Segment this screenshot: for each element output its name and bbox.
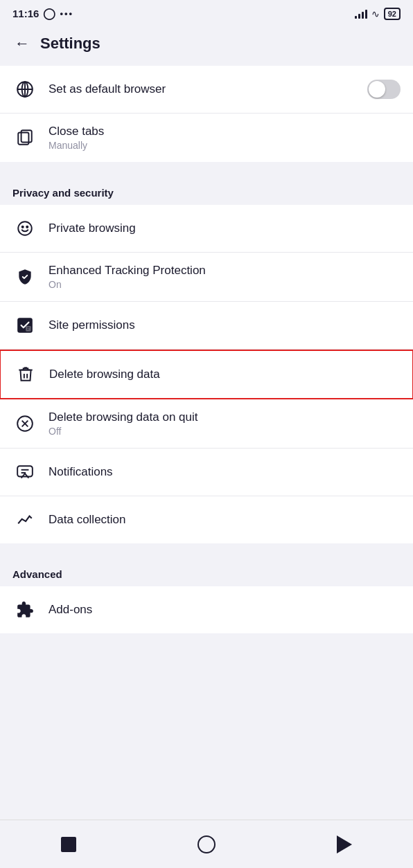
toggle-knob: [369, 81, 385, 98]
item-label: Private browsing: [49, 221, 401, 235]
battery-indicator: 92: [384, 8, 401, 20]
circle-x-icon: [12, 411, 37, 436]
settings-item-notifications[interactable]: Notifications: [0, 449, 413, 496]
globe-icon: [12, 77, 37, 102]
back-arrow-icon: ←: [15, 35, 30, 53]
item-label: Enhanced Tracking Protection: [49, 264, 401, 278]
privacy-section: Private browsing Enhanced Tracking Prote…: [0, 205, 413, 543]
wifi-icon: ∿: [371, 8, 380, 19]
item-sublabel: On: [49, 279, 401, 290]
trash-icon: [13, 362, 38, 387]
settings-item-close-tabs[interactable]: Close tabs Manually: [0, 114, 413, 162]
main-content: Set as default browser Close tabs Manual…: [0, 66, 413, 689]
back-nav-icon: [337, 835, 352, 853]
item-text-delete-browsing-data: Delete browsing data: [49, 368, 400, 381]
status-bar: 11:16 ◯ ••• ∿ 92: [0, 0, 413, 24]
settings-item-add-ons[interactable]: Add-ons: [0, 586, 413, 633]
stop-button[interactable]: [48, 824, 89, 865]
back-nav-button[interactable]: [324, 824, 365, 865]
item-label: Delete browsing data: [49, 368, 400, 381]
bottom-nav-bar: [0, 820, 413, 868]
item-text-default-browser: Set as default browser: [49, 82, 367, 96]
item-label: Site permissions: [49, 318, 401, 332]
item-label: Add-ons: [49, 603, 401, 617]
general-section: Set as default browser Close tabs Manual…: [0, 66, 413, 162]
home-icon: [197, 835, 216, 853]
mask-icon: [12, 216, 37, 241]
item-sublabel: Manually: [49, 140, 401, 151]
back-button[interactable]: ←: [10, 31, 35, 56]
settings-item-delete-on-quit[interactable]: Delete browsing data on quit Off: [0, 399, 413, 449]
advanced-section-header: Advanced: [0, 556, 413, 586]
section-divider: [0, 162, 413, 174]
chat-icon: [12, 460, 37, 485]
section-title-advanced: Advanced: [12, 568, 62, 580]
more-dots: •••: [60, 8, 73, 19]
page-header: ← Settings: [0, 24, 413, 66]
tabs-icon: [12, 125, 37, 150]
section-divider-2: [0, 543, 413, 556]
settings-item-delete-browsing-data[interactable]: Delete browsing data: [0, 350, 413, 399]
svg-rect-15: [17, 466, 33, 476]
home-button[interactable]: [186, 824, 227, 865]
chart-icon: [12, 507, 37, 532]
status-time: 11:16 ◯ •••: [12, 7, 73, 20]
item-label: Notifications: [49, 465, 401, 479]
permissions-icon: [12, 313, 37, 338]
item-label: Data collection: [49, 513, 401, 527]
item-label: Close tabs: [49, 125, 401, 138]
section-title-privacy: Privacy and security: [12, 187, 114, 199]
shield-icon: [12, 264, 37, 289]
settings-item-private-browsing[interactable]: Private browsing: [0, 205, 413, 253]
item-text-add-ons: Add-ons: [49, 603, 401, 617]
default-browser-toggle[interactable]: [367, 80, 401, 99]
item-text-private-browsing: Private browsing: [49, 221, 401, 235]
messenger-icon: ◯: [43, 7, 55, 20]
item-label: Delete browsing data on quit: [49, 410, 401, 424]
svg-point-6: [22, 226, 24, 228]
privacy-section-header: Privacy and security: [0, 174, 413, 205]
settings-item-data-collection[interactable]: Data collection: [0, 496, 413, 543]
item-text-notifications: Notifications: [49, 465, 401, 479]
settings-item-site-permissions[interactable]: Site permissions: [0, 302, 413, 350]
item-label: Set as default browser: [49, 82, 367, 96]
time-display: 11:16: [12, 8, 39, 19]
item-text-site-permissions: Site permissions: [49, 318, 401, 332]
item-text-data-collection: Data collection: [49, 513, 401, 527]
item-sublabel: Off: [49, 426, 401, 437]
advanced-section: Add-ons: [0, 586, 413, 633]
item-text-close-tabs: Close tabs Manually: [49, 125, 401, 151]
status-indicators: ∿ 92: [355, 8, 401, 20]
page-title: Settings: [40, 35, 100, 53]
svg-point-7: [26, 226, 28, 228]
settings-item-default-browser[interactable]: Set as default browser: [0, 66, 413, 114]
item-text-tracking-protection: Enhanced Tracking Protection On: [49, 264, 401, 290]
stop-icon: [61, 837, 76, 852]
item-text-delete-on-quit: Delete browsing data on quit Off: [49, 410, 401, 437]
signal-icon: [355, 9, 367, 19]
settings-item-tracking-protection[interactable]: Enhanced Tracking Protection On: [0, 253, 413, 302]
puzzle-icon: [12, 597, 37, 622]
